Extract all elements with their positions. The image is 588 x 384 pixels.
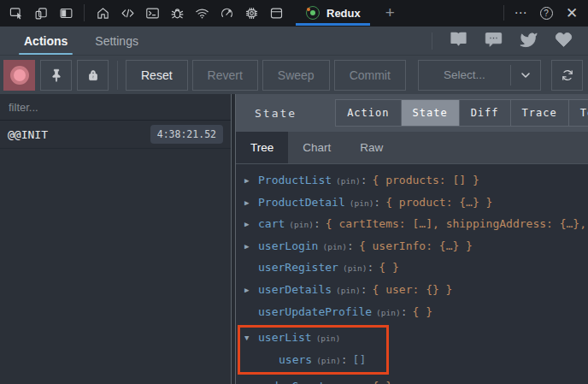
tab-redux[interactable]: Redux [292,0,373,26]
devtools-toolbar: Reset Revert Sweep Commit Select... [0,55,588,94]
sweep-button[interactable]: Sweep [262,60,330,91]
tree-node-userregister[interactable]: userRegister(pin):{ } [244,257,588,280]
pin-link[interactable]: (pin) [316,334,341,343]
tab-trace[interactable]: Trace [510,99,569,127]
chip-icon[interactable] [244,5,259,21]
pin-link[interactable]: (pin) [322,242,347,251]
pin-link[interactable]: (pin) [316,356,341,365]
home-icon[interactable] [95,5,110,21]
tree-node-ordercreate[interactable]: orderCreate(pin):{ } [244,376,588,384]
action-log-pane: @@INIT 4:38:21.52 [0,94,231,384]
subtab-tree[interactable]: Tree [236,132,288,163]
tree-node-productdetail[interactable]: ▶ProductDetail(pin):{ product: {…} } [244,192,588,215]
chevron-down-icon [511,68,540,82]
terminal-icon[interactable] [144,5,160,21]
record-button[interactable] [3,60,35,91]
tree-node-userupdateprofile[interactable]: userUpdateProfile(pin):{ } [244,302,588,324]
redux-devtools-window: Redux + ⋯ ? ✕ Actions Settings [0,0,588,384]
subtab-raw[interactable]: Raw [345,132,397,163]
code-icon[interactable] [120,5,135,21]
pin-link[interactable]: (pin) [289,220,314,229]
pin-link[interactable]: (pin) [376,308,401,317]
more-menu-icon[interactable]: ⋯ [509,2,532,24]
revert-button[interactable]: Revert [192,60,258,91]
state-tree: ▶ProductList(pin):{ products: [] } ▶Prod… [236,164,588,384]
tree-node-cart[interactable]: ▶cart(pin):{ cartItems: […], shippingAdd… [244,214,588,236]
instance-select-placeholder: Select... [419,68,510,81]
extension-tab-row: Actions Settings [0,27,588,55]
highlight-box: ▼userList(pin) users(pin):[] [238,325,389,375]
tree-node-userlogin[interactable]: ▶userLogin(pin):{ userInfo: {…} } [244,236,588,258]
wifi-icon[interactable] [194,5,209,21]
filter-input[interactable] [0,94,231,121]
action-timestamp-badge: 4:38:21.52 [150,125,223,144]
tab-test[interactable]: Test [568,99,588,127]
sync-icon [560,68,575,83]
bug-icon[interactable] [169,5,185,21]
pin-icon [49,68,64,83]
help-icon[interactable]: ? [535,2,557,24]
tree-node-userlist[interactable]: ▼userList(pin) [244,328,366,350]
pin-link[interactable]: (pin) [343,263,368,273]
topbar-right-separator [503,5,504,21]
lock-icon [85,68,101,83]
tab-action[interactable]: Action [335,99,401,127]
close-icon[interactable]: ✕ [561,2,583,24]
collapse-arrow-icon[interactable]: ▼ [244,328,258,349]
subtab-chart[interactable]: Chart [288,132,345,163]
record-icon [10,66,29,85]
expand-arrow-icon[interactable]: ▶ [244,192,258,214]
view-subtabs: Tree Chart Raw [236,132,588,164]
pin-link[interactable]: (pin) [336,286,361,295]
tab-actions[interactable]: Actions [21,27,71,55]
topbar-right-controls: ⋯ ? ✕ [502,0,588,26]
state-inspector-pane: State Action State Diff Trace Test Tree … [236,94,588,384]
main-content: @@INIT 4:38:21.52 State Action State Dif… [0,94,588,384]
tab-state[interactable]: State [401,99,460,127]
pin-button[interactable] [40,60,72,91]
instance-select[interactable]: Select... [418,60,541,91]
comment-icon[interactable] [485,30,503,51]
tree-node-users[interactable]: users(pin):[] [244,350,366,372]
action-name: @@INIT [8,128,48,141]
inspector-header: State Action State Diff Trace Test [236,94,588,132]
storage-icon[interactable] [268,5,284,21]
toolbar-separator [117,61,118,90]
gauge-icon[interactable] [219,5,234,21]
tab-settings-label: Settings [95,34,138,48]
tree-node-productlist[interactable]: ▶ProductList(pin):{ products: [] } [244,170,588,192]
sync-button[interactable] [551,60,583,91]
tab-diff[interactable]: Diff [459,99,511,127]
action-list-item[interactable]: @@INIT 4:38:21.52 [0,121,231,149]
expand-arrow-icon[interactable]: ▶ [244,170,258,192]
tab-settings[interactable]: Settings [91,27,142,55]
pin-link[interactable]: (pin) [336,176,361,186]
inspector-tab-group: Action State Diff Trace Test [336,99,588,127]
topbar-separator [84,4,85,21]
twitter-icon[interactable] [520,30,538,51]
links-separator [432,32,432,50]
active-tab-underline [296,23,370,26]
book-icon[interactable] [450,30,467,51]
tab-redux-label: Redux [326,7,361,20]
device-toolbar-icon[interactable] [33,5,49,21]
commit-button[interactable]: Commit [334,60,406,91]
dock-panel-icon[interactable] [58,5,74,21]
pin-link[interactable]: (pin) [350,198,374,208]
tab-actions-underline [19,53,73,55]
expand-arrow-icon[interactable]: ▶ [244,214,258,235]
inspect-icon[interactable] [9,5,24,21]
extension-links [416,27,588,55]
expand-arrow-icon[interactable]: ▶ [244,280,258,301]
tree-node-userdetails[interactable]: ▶userDetails(pin):{ user: {} } [244,280,588,302]
topbar-left-icons [0,0,82,26]
expand-arrow-icon[interactable]: ▶ [244,236,258,257]
devtools-topbar: Redux + ⋯ ? ✕ [0,0,588,27]
new-tab-button[interactable]: + [373,0,407,26]
lock-button[interactable] [77,60,109,91]
heart-icon[interactable] [555,30,573,51]
tab-actions-label: Actions [24,34,68,48]
reset-button[interactable]: Reset [126,60,188,91]
topbar-tool-icons [86,0,292,26]
redux-atom-icon [305,5,320,21]
